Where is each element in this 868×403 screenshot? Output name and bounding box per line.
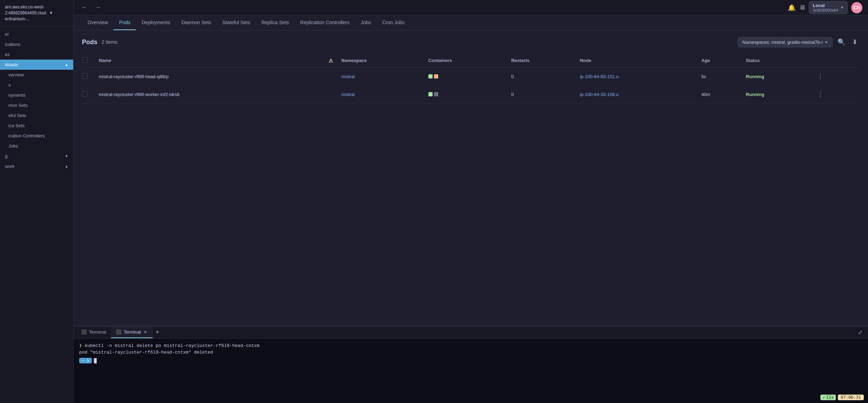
- col-restarts[interactable]: Restarts: [507, 54, 576, 68]
- chevron-up-icon: ▲: [65, 63, 68, 67]
- terminal-output: pod "mistral-raycluster-rf6l9-head-cntxm…: [79, 350, 862, 355]
- pods-title: Pods: [82, 39, 97, 46]
- search-button[interactable]: 🔍: [835, 36, 847, 48]
- sidebar-context: arn:aws:eks:us-west- 2:489829964455:clus…: [0, 0, 73, 26]
- row1-name[interactable]: mistral-raycluster-rf6l9-head-q88rp: [95, 68, 324, 86]
- row1-status: Running: [742, 68, 811, 86]
- sidebar-item-workloads[interactable]: kloads ▲: [0, 60, 73, 70]
- chevron-down-icon-ns: ▼: [825, 40, 828, 44]
- sidebar-item-replica-sets[interactable]: ica Sets: [0, 121, 73, 131]
- sidebar-item-jobs-label[interactable]: Jobs: [0, 141, 73, 151]
- pods-table-container: Name ⚠ Namespace Containers Restarts Nod…: [74, 54, 868, 326]
- row2-actions-cell: ⋮: [811, 86, 860, 103]
- col-age[interactable]: Age: [697, 54, 742, 68]
- row1-container-dots: [428, 74, 503, 78]
- terminal-close-button[interactable]: ✕: [143, 330, 148, 335]
- row2-checkbox[interactable]: [82, 91, 88, 97]
- monitor-icon[interactable]: 🖥: [799, 4, 805, 11]
- terminal-tab-2[interactable]: ⬛ Terminal ✕: [111, 327, 153, 338]
- row2-restarts: 0: [507, 86, 576, 103]
- check-duration: 11s: [826, 395, 834, 400]
- tab-cron-jobs[interactable]: Cron Jobs: [377, 15, 410, 30]
- terminal-body[interactable]: ❯ kubectl -n mistral delete po mistral-r…: [74, 339, 868, 403]
- terminal-tab-2-label: Terminal: [124, 329, 141, 335]
- tab-pods[interactable]: Pods: [113, 15, 136, 30]
- row1-node-link[interactable]: ip-100-64-83-151.u: [580, 74, 619, 79]
- cluster-selector[interactable]: Local 3c0630002eb4 ▼: [809, 1, 848, 14]
- tab-daemon-sets[interactable]: Daemon Sets: [176, 15, 217, 30]
- row2-namespace-link[interactable]: mistral: [342, 92, 355, 97]
- row2-node[interactable]: ip-100-64-33-168.u: [576, 86, 697, 103]
- namespace-selector[interactable]: Namespaces: mistral, gradio-mistral7b-i …: [738, 37, 833, 47]
- col-name[interactable]: Name: [95, 54, 324, 68]
- download-button[interactable]: ⬇: [850, 36, 860, 48]
- row1-namespace-link[interactable]: mistral: [342, 74, 355, 79]
- chevron-down-icon-config: ▼: [65, 154, 68, 158]
- container-dot-gray-2: [434, 92, 438, 96]
- sidebar-item-config[interactable]: g ▼: [0, 151, 73, 161]
- sidebar-item-daemon-sets[interactable]: mon Sets: [0, 100, 73, 110]
- sidebar-item-overview[interactable]: verview: [0, 70, 73, 80]
- sidebar-item-deployments[interactable]: oyments: [0, 90, 73, 100]
- sidebar-item-network[interactable]: work ▲: [0, 161, 73, 171]
- row1-checkbox[interactable]: [82, 73, 88, 79]
- row2-checkbox-cell: [82, 86, 95, 103]
- row2-more-button[interactable]: ⋮: [815, 90, 826, 99]
- row1-namespace[interactable]: mistral: [337, 68, 424, 86]
- table-header-row: Name ⚠ Namespace Containers Restarts Nod…: [82, 54, 860, 68]
- row1-actions-cell: ⋮: [811, 68, 860, 86]
- main-tabs: Overview Pods Deployments Daemon Sets St…: [74, 15, 868, 30]
- prompt-arrow: ❯: [79, 343, 85, 348]
- chevron-up-icon-network: ▲: [65, 164, 68, 168]
- row1-age: 5s: [697, 68, 742, 86]
- sidebar-item-applications[interactable]: ications: [0, 39, 73, 49]
- terminal-section: ⬛ Terminal ⬛ Terminal ✕ + ⤢ ❯ kubectl -n…: [74, 326, 868, 403]
- cluster-id: 3c0630002eb4: [813, 8, 838, 12]
- select-all-checkbox[interactable]: [82, 57, 88, 63]
- sidebar-item-es[interactable]: es: [0, 49, 73, 60]
- tab-deployments[interactable]: Deployments: [136, 15, 176, 30]
- check-icon: ✓: [822, 395, 825, 400]
- terminal-status-bar: ✓ 11s 07:06:31: [820, 395, 864, 400]
- terminal-expand-button[interactable]: ⤢: [855, 328, 865, 337]
- tab-overview[interactable]: Overview: [82, 15, 113, 30]
- tab-jobs[interactable]: Jobs: [355, 15, 377, 30]
- terminal-tab-1[interactable]: ⬛ Terminal: [76, 327, 111, 338]
- row2-container-dots: [428, 92, 503, 96]
- sidebar-item-replication-controllers[interactable]: ication Controllers: [0, 131, 73, 141]
- table-row: mistral-raycluster-rf6l9-worker-inf2-tdr…: [82, 86, 860, 103]
- chevron-down-icon: ▼: [49, 11, 53, 15]
- row1-node[interactable]: ip-100-64-83-151.u: [576, 68, 697, 86]
- col-actions: [811, 54, 860, 68]
- tab-replication-controllers[interactable]: Replication Controllers: [295, 15, 355, 30]
- tab-replica-sets[interactable]: Replica Sets: [256, 15, 295, 30]
- col-containers[interactable]: Containers: [424, 54, 507, 68]
- status-check-badge: ✓ 11s: [820, 395, 836, 400]
- terminal-icon-2: ⬛: [116, 329, 122, 335]
- col-namespace[interactable]: Namespace: [337, 54, 424, 68]
- row2-node-link[interactable]: ip-100-64-33-168.u: [580, 92, 619, 97]
- tab-stateful-sets[interactable]: Stateful Sets: [217, 15, 256, 30]
- terminal-command: kubectl -n mistral delete po mistral-ray…: [85, 343, 260, 348]
- row2-namespace[interactable]: mistral: [337, 86, 424, 103]
- terminal-add-button[interactable]: +: [153, 327, 162, 337]
- col-status[interactable]: Status: [742, 54, 811, 68]
- row2-age: 40m: [697, 86, 742, 103]
- col-warn: ⚠: [324, 54, 337, 68]
- context-dropdown[interactable]: arn:aws:eks:us-west- 2:489829964455:clus…: [5, 4, 68, 22]
- avatar[interactable]: Ch: [851, 2, 862, 13]
- row2-name[interactable]: mistral-raycluster-rf6l9-worker-inf2-tdr…: [95, 86, 324, 103]
- sidebar-item-stateful-sets[interactable]: eful Sets: [0, 110, 73, 121]
- sidebar-item-er[interactable]: er: [0, 29, 73, 39]
- notification-icon[interactable]: 🔔: [788, 4, 795, 12]
- col-node[interactable]: Node: [576, 54, 697, 68]
- forward-button[interactable]: →: [92, 2, 103, 13]
- col-checkbox: [82, 54, 95, 68]
- chevron-down-icon-cluster: ▼: [840, 6, 844, 9]
- row1-restarts: 0: [507, 68, 576, 86]
- sidebar: arn:aws:eks:us-west- 2:489829964455:clus…: [0, 0, 74, 403]
- row1-more-button[interactable]: ⋮: [815, 72, 826, 81]
- sidebar-item-s[interactable]: s: [0, 80, 73, 90]
- back-button[interactable]: ←: [79, 2, 90, 13]
- row2-containers: [424, 86, 507, 103]
